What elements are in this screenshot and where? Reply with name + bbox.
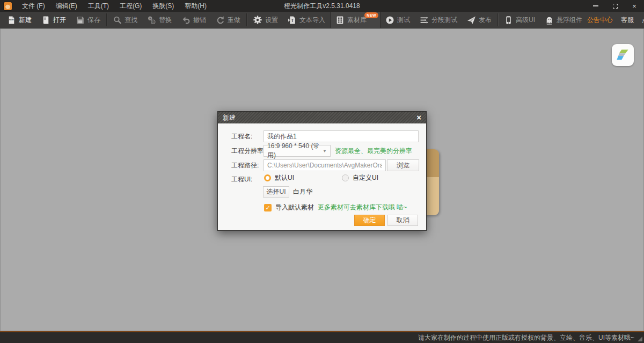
- engine-logo-card: [612, 44, 634, 66]
- toolbar-separator: [106, 13, 107, 26]
- project-name-label: 工程名:: [231, 130, 252, 142]
- project-path-label: 工程路径:: [231, 159, 259, 171]
- browse-button[interactable]: 浏览: [387, 159, 419, 171]
- toolbar-separator: [246, 13, 247, 26]
- toolbar-replace-label: 替换: [159, 16, 172, 25]
- resolution-select[interactable]: 16:9 960 * 540 (常用) ▼: [264, 145, 331, 157]
- cancel-button[interactable]: 取消: [387, 215, 418, 226]
- new-badge: NEW: [364, 12, 378, 18]
- settings-gear-icon: [253, 15, 262, 25]
- minimize-button[interactable]: [586, 0, 605, 12]
- floating-widget-icon: [545, 16, 554, 25]
- restore-button[interactable]: [605, 0, 625, 12]
- toolbar-find-label: 查找: [125, 16, 137, 25]
- project-name-input[interactable]: [264, 130, 419, 142]
- toolbar-test-label: 测试: [397, 16, 410, 25]
- resolution-label: 工程分辨率:: [231, 145, 265, 157]
- toolbar-undo-button[interactable]: 撤销: [177, 12, 211, 28]
- toolbar-publish-button[interactable]: 发布: [462, 12, 496, 28]
- project-path-input[interactable]: [264, 159, 386, 171]
- toolbar-settings-button[interactable]: 设置: [248, 12, 283, 28]
- toolbar-open-button[interactable]: 打开: [36, 12, 71, 28]
- replace-icon: a b: [147, 16, 156, 25]
- toolbar-right: 公告中心 客服 点击登录: [587, 13, 644, 26]
- segment-test-icon: [420, 16, 429, 25]
- new-document-icon: NEW: [7, 16, 16, 25]
- toolbar-new-label: 新建: [19, 16, 32, 25]
- resolution-value: 16:9 960 * 540 (常用): [267, 142, 323, 160]
- dialog-title: 新建: [223, 113, 236, 122]
- toolbar-test-button[interactable]: 测试: [380, 12, 415, 28]
- menu-project[interactable]: 工程(G): [114, 0, 147, 12]
- resize-grip[interactable]: [638, 337, 642, 341]
- menus: 文件 (F) 编辑(E) 工具(T) 工程(G) 换肤(S) 帮助(H): [17, 0, 212, 12]
- menu-skin[interactable]: 换肤(S): [147, 0, 179, 12]
- dialog-titlebar[interactable]: 新建 ×: [218, 112, 426, 123]
- search-icon: [113, 16, 122, 25]
- selected-ui-name: 白月华: [293, 186, 312, 198]
- material-library-icon: [335, 16, 345, 25]
- announcement-center-link[interactable]: 公告中心: [587, 16, 613, 25]
- app-logo-icon: [4, 2, 12, 10]
- dialog-body: 工程名: 工程分辨率: 16:9 960 * 540 (常用) ▼ 资源最全、最…: [218, 123, 426, 230]
- toolbar-new-button[interactable]: NEW 新建: [2, 12, 36, 28]
- toolbar-save-label: 保存: [87, 16, 100, 25]
- text-import-icon: T: [288, 16, 297, 25]
- toolbar-segment-test-button[interactable]: 分段测试: [415, 12, 462, 28]
- new-project-dialog: 新建 × 工程名: 工程分辨率: 16:9 960 * 540 (常用) ▼ 资…: [217, 111, 427, 231]
- toolbar: NEW 新建 打开 保存 查找: [0, 12, 644, 28]
- dialog-close-icon[interactable]: ×: [416, 112, 421, 123]
- import-material-hint: 更多素材可去素材库下载哦 喵~: [318, 203, 407, 212]
- toolbar-save-button[interactable]: 保存: [71, 12, 105, 28]
- login-link[interactable]: 点击登录: [642, 16, 644, 25]
- toolbar-floating-widget-label: 悬浮组件: [557, 16, 582, 25]
- close-button[interactable]: ×: [625, 0, 644, 12]
- customer-service-link[interactable]: 客服: [621, 16, 634, 25]
- resolution-hint: 资源最全、最完美的分辨率: [335, 145, 412, 157]
- toolbar-undo-label: 撤销: [193, 16, 206, 25]
- toolbar-settings-label: 设置: [265, 16, 278, 25]
- chevron-down-icon: ▼: [323, 149, 327, 154]
- menu-file[interactable]: 文件 (F): [17, 0, 50, 12]
- toolbar-material-panel: 素材库 NEW: [330, 12, 380, 28]
- workspace-canvas: 新建 × 工程名: 工程分辨率: 16:9 960 * 540 (常用) ▼ 资…: [0, 28, 644, 331]
- advanced-ui-icon: [504, 16, 513, 25]
- choose-ui-button[interactable]: 选择UI: [263, 186, 289, 198]
- minimize-icon: [593, 5, 598, 6]
- toolbar-find-button[interactable]: 查找: [108, 12, 142, 28]
- undo-icon: [181, 16, 191, 25]
- toolbar-advanced-ui-label: 高级UI: [516, 16, 535, 25]
- toolbar-text-import-button[interactable]: T 文本导入: [283, 12, 330, 28]
- toolbar-redo-label: 重做: [228, 16, 240, 25]
- menu-help[interactable]: 帮助(H): [179, 0, 212, 12]
- menu-tools[interactable]: 工具(T): [83, 0, 114, 12]
- play-test-icon: [385, 16, 394, 25]
- toolbar-text-import-label: 文本导入: [299, 16, 325, 25]
- toolbar-material-library-label: 素材库: [347, 16, 367, 25]
- toolbar-separator: [497, 13, 498, 26]
- toolbar-open-label: 打开: [53, 16, 66, 25]
- save-icon: [76, 16, 85, 25]
- toolbar-segment-test-label: 分段测试: [431, 16, 457, 25]
- svg-text:T: T: [291, 18, 294, 23]
- status-notice: 请大家在制作的过程中使用正版或有授权的背景、立绘、音乐、UI等素材哦~: [418, 333, 634, 342]
- custom-ui-radio[interactable]: [342, 174, 349, 181]
- ok-button[interactable]: 确定: [354, 215, 385, 226]
- toolbar-publish-label: 发布: [479, 16, 492, 25]
- default-ui-radio[interactable]: [264, 174, 271, 181]
- import-material-row: ✓ 导入默认素材 更多素材可去素材库下载哦 喵~: [264, 203, 407, 212]
- menu-edit[interactable]: 编辑(E): [50, 0, 83, 12]
- toolbar-floating-widget-button[interactable]: 悬浮组件: [540, 12, 587, 28]
- engine-logo-icon: [616, 48, 630, 62]
- import-material-checkbox[interactable]: ✓: [264, 204, 272, 211]
- toolbar-replace-button[interactable]: a b 替换: [142, 12, 177, 28]
- ui-radio-group: 默认UI 自定义UI: [264, 173, 378, 182]
- toolbar-advanced-ui-button[interactable]: 高级UI: [499, 12, 540, 28]
- statusbar: 请大家在制作的过程中使用正版或有授权的背景、立绘、音乐、UI等素材哦~: [0, 331, 644, 343]
- redo-icon: [216, 16, 225, 25]
- toolbar-redo-button[interactable]: 重做: [211, 12, 245, 28]
- svg-text:NEW: NEW: [9, 19, 14, 21]
- window-controls: ×: [586, 0, 644, 12]
- custom-ui-radio-label: 自定义UI: [353, 173, 378, 183]
- project-ui-label: 工程UI:: [231, 173, 252, 185]
